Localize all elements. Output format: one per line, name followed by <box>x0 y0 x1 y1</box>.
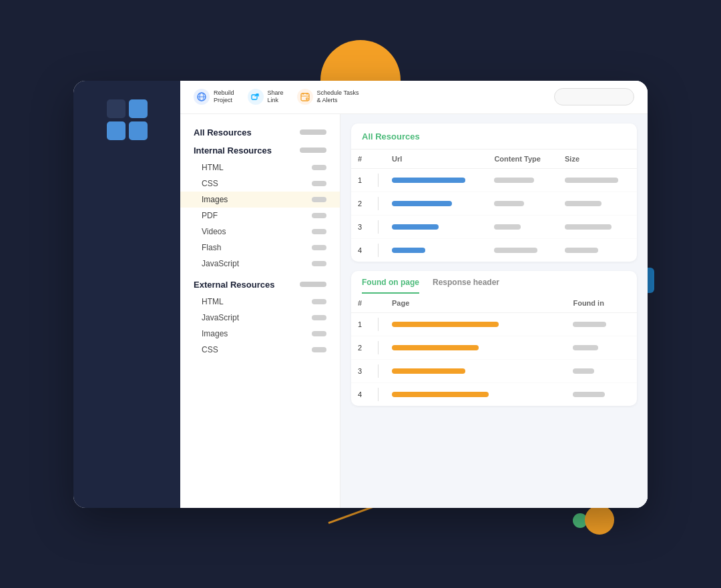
external-html-label: HTML <box>202 297 224 306</box>
external-resources-section-header[interactable]: External Resources <box>180 276 340 294</box>
found-row-num: 1 <box>351 312 371 336</box>
external-images-item[interactable]: Images <box>180 326 340 342</box>
tab-response-header[interactable]: Response header <box>433 278 499 294</box>
found-row-found-in <box>566 382 637 406</box>
row-url <box>385 192 487 215</box>
internal-videos-item[interactable]: Videos <box>180 224 340 240</box>
external-resources-badge <box>300 282 326 287</box>
table-row: 1 <box>351 312 637 336</box>
row-url <box>385 215 487 238</box>
external-html-badge <box>312 299 326 304</box>
col-divider <box>371 336 385 359</box>
found-row-found-in <box>566 336 637 359</box>
col-header-size: Size <box>558 150 637 169</box>
external-images-label: Images <box>202 329 228 338</box>
sidebar <box>73 81 180 508</box>
table-row: 2 <box>351 336 637 359</box>
rebuild-project-button[interactable]: RebuildProject <box>194 89 234 105</box>
col-header-url: Url <box>385 150 487 169</box>
external-resources-title: External Resources <box>194 280 274 290</box>
share-link-button[interactable]: ShareLink <box>248 89 284 105</box>
external-css-badge <box>312 347 326 352</box>
found-row-page <box>385 336 566 359</box>
toolbar: RebuildProject ShareLink <box>180 81 648 114</box>
table-row: 2 <box>351 192 637 215</box>
row-num: 4 <box>351 238 371 262</box>
external-html-item[interactable]: HTML <box>180 294 340 310</box>
internal-resources-title: Internal Resources <box>194 145 272 156</box>
all-resources-badge <box>300 129 326 135</box>
col-divider-1 <box>371 150 385 169</box>
sidebar-logo <box>101 94 153 145</box>
internal-videos-label: Videos <box>202 227 226 236</box>
col-divider <box>371 192 385 215</box>
internal-css-item[interactable]: CSS <box>180 176 340 192</box>
col-divider <box>371 312 385 336</box>
main-window: RebuildProject ShareLink <box>73 81 648 508</box>
row-num: 3 <box>351 215 371 238</box>
internal-html-item[interactable]: HTML <box>180 160 340 176</box>
external-images-badge <box>312 331 326 336</box>
internal-videos-badge <box>312 229 326 234</box>
internal-resources-section-header[interactable]: Internal Resources <box>180 141 340 160</box>
globe-icon <box>194 89 210 105</box>
internal-javascript-label: JavaScript <box>202 259 239 268</box>
found-col-header-found-in: Found in <box>566 294 637 313</box>
tab-found-on-page[interactable]: Found on page <box>362 278 419 294</box>
internal-pdf-item[interactable]: PDF <box>180 208 340 224</box>
table-row: 4 <box>351 238 637 262</box>
row-content-type <box>487 168 558 192</box>
internal-css-badge <box>312 181 326 186</box>
logo-square-4 <box>129 121 148 140</box>
all-resources-table: # Url Content Type Size 1 2 <box>351 150 637 262</box>
row-content-type <box>487 238 558 262</box>
row-size <box>558 192 637 215</box>
logo-square-2 <box>129 99 148 118</box>
schedule-tasks-button[interactable]: Schedule Tasks& Alerts <box>297 89 359 105</box>
row-size <box>558 168 637 192</box>
row-url <box>385 168 487 192</box>
internal-flash-item[interactable]: Flash <box>180 240 340 256</box>
main-content: RebuildProject ShareLink <box>180 81 648 508</box>
found-col-header-page: Page <box>385 294 566 313</box>
external-javascript-badge <box>312 315 326 320</box>
external-css-item[interactable]: CSS <box>180 342 340 358</box>
internal-html-label: HTML <box>202 163 224 172</box>
found-col-divider <box>371 294 385 313</box>
row-num: 1 <box>351 168 371 192</box>
all-resources-card: All Resources # Url Content Type Size <box>351 123 637 262</box>
table-row: 4 <box>351 382 637 406</box>
table-row: 3 <box>351 359 637 382</box>
found-row-num: 3 <box>351 359 371 382</box>
internal-flash-badge <box>312 245 326 250</box>
internal-images-label: Images <box>202 195 228 204</box>
found-col-header-num: # <box>351 294 371 313</box>
internal-html-badge <box>312 165 326 170</box>
all-resources-card-header: All Resources <box>351 123 637 150</box>
table-row: 1 <box>351 168 637 192</box>
found-row-num: 2 <box>351 336 371 359</box>
col-header-content-type: Content Type <box>487 150 558 169</box>
rebuild-project-label: RebuildProject <box>214 89 234 104</box>
internal-images-item[interactable]: Images <box>180 192 340 208</box>
internal-css-label: CSS <box>202 179 218 188</box>
row-url <box>385 238 487 262</box>
internal-flash-label: Flash <box>202 243 221 252</box>
internal-javascript-item[interactable]: JavaScript <box>180 256 340 272</box>
all-resources-card-title: All Resources <box>362 131 420 141</box>
blob-orange-bottom <box>585 505 614 535</box>
col-divider <box>371 168 385 192</box>
schedule-tasks-label: Schedule Tasks& Alerts <box>317 89 359 104</box>
toolbar-search[interactable] <box>554 88 634 105</box>
share-icon <box>248 89 264 105</box>
col-divider <box>371 382 385 406</box>
logo-square-3 <box>107 121 126 140</box>
external-javascript-item[interactable]: JavaScript <box>180 310 340 326</box>
share-link-label: ShareLink <box>268 89 284 104</box>
found-row-page <box>385 359 566 382</box>
internal-resources-badge <box>300 148 326 153</box>
all-resources-section-header[interactable]: All Resources <box>180 123 340 141</box>
found-row-found-in <box>566 312 637 336</box>
found-row-num: 4 <box>351 382 371 406</box>
row-content-type <box>487 192 558 215</box>
